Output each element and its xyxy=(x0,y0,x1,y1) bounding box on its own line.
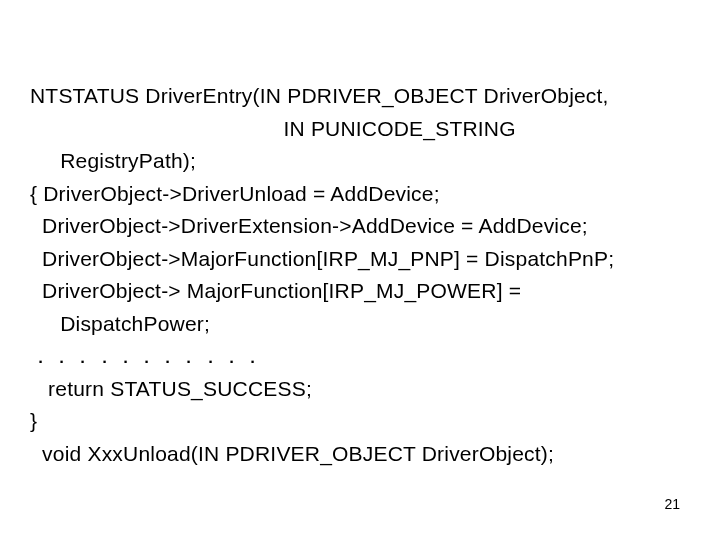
code-line: DriverObject-> MajorFunction[IRP_MJ_POWE… xyxy=(30,275,690,308)
code-line: { DriverObject->DriverUnload = AddDevice… xyxy=(30,178,690,211)
code-line: } xyxy=(30,405,690,438)
code-line: return STATUS_SUCCESS; xyxy=(30,373,690,406)
code-line: DispatchPower; xyxy=(30,308,690,341)
page-number: 21 xyxy=(664,496,680,512)
code-line: DriverObject->MajorFunction[IRP_MJ_PNP] … xyxy=(30,243,690,276)
code-line: RegistryPath); xyxy=(30,145,690,178)
code-block: NTSTATUS DriverEntry(IN PDRIVER_OBJECT D… xyxy=(30,80,690,471)
code-line: IN PUNICODE_STRING xyxy=(30,113,690,146)
code-line: ．．．．．．．．．．． xyxy=(30,340,690,373)
code-line: NTSTATUS DriverEntry(IN PDRIVER_OBJECT D… xyxy=(30,80,690,113)
slide-content: NTSTATUS DriverEntry(IN PDRIVER_OBJECT D… xyxy=(0,0,720,540)
code-line: void XxxUnload(IN PDRIVER_OBJECT DriverO… xyxy=(30,438,690,471)
code-line: DriverObject->DriverExtension->AddDevice… xyxy=(30,210,690,243)
